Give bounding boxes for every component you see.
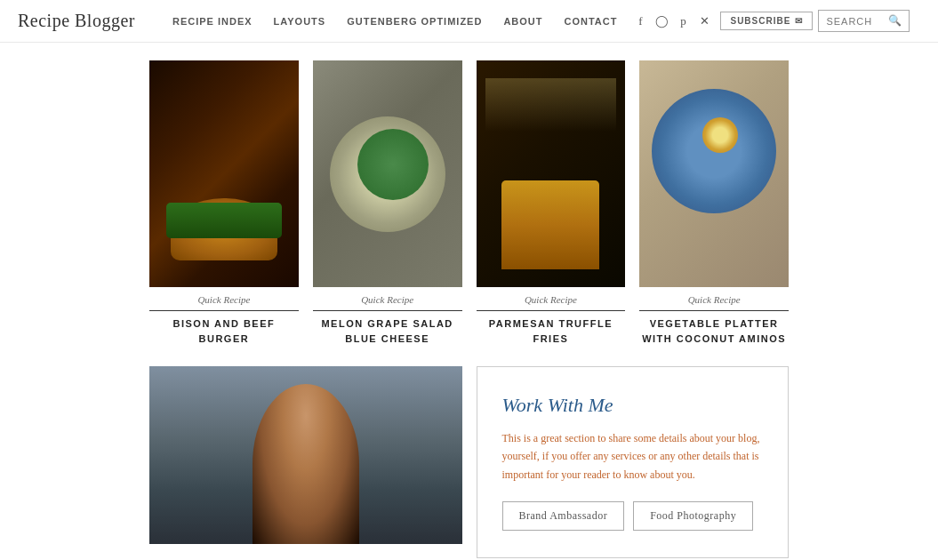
nav-recipe-index[interactable]: RECIPE INDEX [162, 16, 263, 27]
recipe-image-platter [639, 60, 789, 287]
recipe-image-salad [313, 60, 462, 287]
recipe-tag-1: Quick Recipe [361, 294, 413, 305]
email-icon: ✉ [795, 16, 803, 26]
recipe-card-vegetable-platter[interactable]: Quick Recipe VEGETABLE PLATTER WITH COCO… [632, 52, 796, 355]
nav-layouts[interactable]: LAYOUTS [263, 16, 337, 27]
recipe-card-parmesan-fries[interactable]: Quick Recipe PARMESAN TRUFFLE FRIES [469, 52, 633, 355]
search-icon[interactable]: 🔍 [888, 14, 902, 28]
recipe-tag-0: Quick Recipe [197, 294, 250, 305]
work-with-me-title: Work With Me [502, 394, 764, 417]
recipe-title-1: MELON GRAPE SALAD BLUE CHEESE [313, 316, 462, 346]
recipe-title-2: PARMESAN TRUFFLE FRIES [477, 316, 626, 346]
site-title[interactable]: Recipe Blogger [18, 11, 135, 31]
recipe-card-melon-salad[interactable]: Quick Recipe MELON GRAPE SALAD BLUE CHEE… [306, 52, 469, 355]
bottom-section: Work With Me This is a great section to … [142, 359, 796, 560]
recipe-grid: Quick Recipe BISON AND BEEF BURGER Quick… [142, 52, 796, 355]
work-buttons: Brand Ambassador Food Photography [502, 501, 764, 531]
recipe-divider-2 [477, 310, 626, 311]
recipe-image-fries [477, 60, 626, 287]
subscribe-label: SUBSCRIBE [730, 16, 790, 26]
food-photography-button[interactable]: Food Photography [633, 501, 753, 531]
recipe-divider-0 [149, 310, 299, 311]
main-nav: RECIPE INDEX LAYOUTS GUTENBERG OPTIMIZED… [162, 16, 629, 27]
work-with-me-description: This is a great section to share some de… [502, 429, 764, 484]
recipe-card-bison-burger[interactable]: Quick Recipe BISON AND BEEF BURGER [142, 52, 306, 355]
recipe-title-3: VEGETABLE PLATTER WITH COCONUT AMINOS [639, 316, 789, 346]
instagram-icon[interactable]: ◯ [654, 14, 669, 28]
social-icons: f ◯ p ✕ [633, 14, 711, 28]
work-with-me-card: Work With Me This is a great section to … [477, 366, 790, 558]
portrait-image [149, 366, 462, 544]
pinterest-icon[interactable]: p [676, 14, 690, 28]
recipe-image-burger [149, 60, 299, 287]
portrait-card [142, 359, 469, 560]
subscribe-button[interactable]: SUBSCRIBE ✉ [720, 12, 813, 30]
nav-contact[interactable]: CONTACT [554, 16, 629, 27]
nav-about[interactable]: ABOUT [493, 16, 553, 27]
site-header: Recipe Blogger RECIPE INDEX LAYOUTS GUTE… [0, 0, 938, 43]
portrait-image-wrapper [149, 366, 462, 544]
recipe-tag-3: Quick Recipe [688, 294, 741, 305]
nav-gutenberg-optimized[interactable]: GUTENBERG OPTIMIZED [336, 16, 493, 27]
search-input[interactable] [826, 16, 888, 27]
recipe-title-0: BISON AND BEEF BURGER [149, 316, 299, 346]
recipe-divider-3 [639, 310, 789, 311]
twitter-x-icon[interactable]: ✕ [697, 14, 711, 28]
recipe-divider-1 [313, 310, 462, 311]
facebook-icon[interactable]: f [633, 14, 647, 28]
recipe-tag-2: Quick Recipe [525, 294, 577, 305]
brand-ambassador-button[interactable]: Brand Ambassador [502, 501, 625, 531]
main-content: Quick Recipe BISON AND BEEF BURGER Quick… [0, 52, 938, 560]
search-box: 🔍 [818, 10, 910, 32]
